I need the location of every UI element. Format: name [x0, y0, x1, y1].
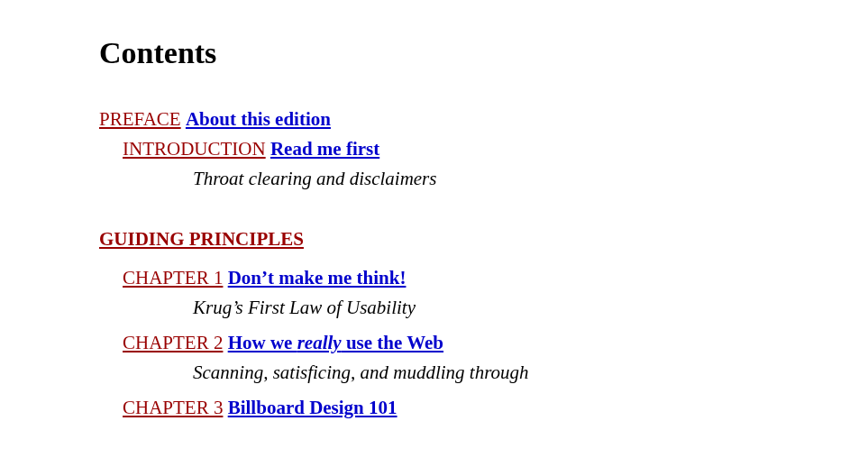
toc-entry: PREFACE About this edition	[99, 108, 868, 131]
toc-subtitle: Throat clearing and disclaimers	[193, 168, 868, 190]
preface-label-link[interactable]: PREFACE	[99, 108, 181, 130]
chapter-1-title-link[interactable]: Don’t make me think!	[228, 267, 407, 288]
toc-line: INTRODUCTION Read me first	[123, 138, 868, 160]
toc-entry: CHAPTER 1 Don’t make me think! Krug’s Fi…	[123, 267, 868, 319]
section-block: GUIDING PRINCIPLES	[99, 203, 868, 267]
chapter-1-label-link[interactable]: CHAPTER 1	[123, 267, 223, 288]
toc-entry: CHAPTER 2 How we really use the Web Scan…	[123, 332, 868, 384]
chapter-3-label-link[interactable]: CHAPTER 3	[123, 397, 223, 418]
toc-line: CHAPTER 3 Billboard Design 101	[123, 397, 868, 419]
toc-line: PREFACE About this edition	[99, 108, 868, 131]
chapter-2-label-link[interactable]: CHAPTER 2	[123, 332, 223, 353]
toc-entry: INTRODUCTION Read me first Throat cleari…	[123, 138, 868, 190]
contents-page: Contents PREFACE About this edition INTR…	[0, 0, 868, 419]
introduction-title-link[interactable]: Read me first	[270, 138, 379, 160]
section-heading-link[interactable]: GUIDING PRINCIPLES	[99, 228, 304, 251]
toc-subtitle: Scanning, satisficing, and muddling thro…	[193, 362, 868, 384]
page-title: Contents	[99, 36, 868, 70]
toc-line: CHAPTER 2 How we really use the Web	[123, 332, 868, 354]
toc-line: CHAPTER 1 Don’t make me think!	[123, 267, 868, 289]
chapter-3-title-link[interactable]: Billboard Design 101	[228, 397, 397, 418]
introduction-label-link[interactable]: INTRODUCTION	[123, 138, 266, 160]
preface-title-link[interactable]: About this edition	[186, 108, 331, 130]
chapter-2-title-link[interactable]: How we really use the Web	[228, 332, 443, 353]
toc-subtitle: Krug’s First Law of Usability	[193, 297, 868, 319]
toc-entry: CHAPTER 3 Billboard Design 101	[123, 397, 868, 419]
